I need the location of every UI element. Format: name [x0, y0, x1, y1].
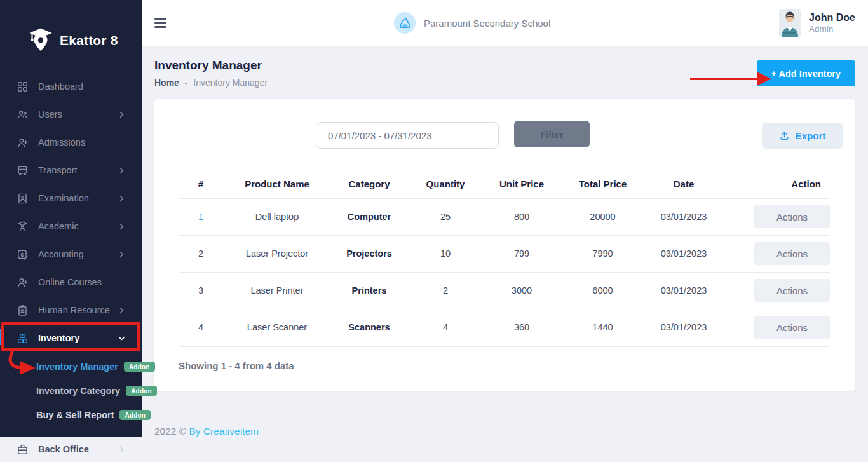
school-name: Paramount Secondary School [424, 18, 550, 29]
sidebar-item[interactable]: Human Resource [0, 296, 142, 324]
chevron-icon [118, 334, 126, 343]
sidebar-item-icon [17, 109, 29, 121]
table-header-cell: # [179, 170, 223, 198]
sidebar-item-icon [17, 221, 29, 233]
chevron-icon [118, 250, 126, 259]
row-actions-button[interactable]: Actions [754, 205, 830, 228]
cell-quantity: 2 [407, 272, 484, 309]
export-button[interactable]: Export [762, 123, 843, 149]
user-text: John Doe Admin [809, 11, 855, 35]
sidebar-nav: Dashboard Users Admissions Transport [0, 72, 142, 352]
sidebar-item-icon [17, 248, 29, 261]
chevron-right-icon [118, 445, 126, 454]
footer-credit-link[interactable]: By Creativeitem [189, 426, 259, 437]
cell-unit-price: 800 [484, 198, 560, 235]
school-icon [394, 12, 416, 34]
back-office-label: Back Office [38, 444, 89, 454]
cell-product-name: Dell laptop [223, 198, 331, 235]
school-info: Paramount Secondary School [394, 0, 550, 46]
submenu-item[interactable]: Buy & Sell Report Addon [0, 403, 142, 427]
cell-number: 3 [179, 272, 223, 309]
table-header-cell: Action [722, 170, 830, 198]
cell-total-price: 6000 [560, 272, 646, 309]
table-header-cell: Date [646, 170, 722, 198]
cell-category: Scanners [331, 309, 407, 346]
user-menu[interactable]: John Doe Admin [779, 0, 855, 46]
briefcase-icon [17, 444, 29, 456]
sidebar-item[interactable]: Online Courses [0, 268, 142, 296]
sidebar-item-icon [17, 304, 29, 316]
cell-date: 03/01/2023 [646, 272, 722, 309]
breadcrumb-separator: - [185, 78, 188, 88]
table-header-cell: Total Price [560, 170, 646, 198]
addon-badge: Addon [126, 386, 157, 396]
breadcrumb-home-link[interactable]: Home [154, 78, 179, 88]
date-range-input[interactable] [316, 122, 499, 149]
sidebar-item-icon [17, 332, 29, 344]
sidebar-item[interactable]: Examination [0, 184, 142, 212]
row-actions-button[interactable]: Actions [754, 279, 830, 302]
row-actions-button[interactable]: Actions [754, 316, 830, 339]
cell-category: Computer [331, 198, 407, 235]
app-title: Ekattor 8 [60, 33, 118, 48]
cell-category: Projectors [331, 235, 407, 272]
sidebar-item[interactable]: Dashboard [0, 72, 142, 100]
cell-category: Printers [331, 272, 407, 309]
cell-total-price: 1440 [560, 309, 646, 346]
sidebar-item[interactable]: Inventory [0, 324, 142, 352]
cell-product-name: Laser Printer [223, 272, 331, 309]
cell-date: 03/01/2023 [646, 309, 722, 346]
sidebar-item-label: Online Courses [38, 277, 102, 287]
cell-action: Actions [722, 309, 830, 346]
table-row: 4 Laser Scanner Scanners 4 360 1440 03/0… [179, 309, 830, 346]
inventory-submenu: Inventory Manager Addon Inventory Catego… [0, 355, 142, 427]
table-summary: Showing 1 - 4 from 4 data [179, 360, 294, 371]
sidebar-item-icon [17, 193, 29, 205]
graduation-pin-logo-icon [28, 27, 53, 54]
submenu-item[interactable]: Inventory Category Addon [0, 379, 142, 403]
menu-toggle-icon[interactable] [154, 17, 168, 29]
addon-badge: Addon [124, 362, 155, 372]
cell-quantity: 25 [407, 198, 484, 235]
submenu-item-label: Inventory Category [36, 386, 120, 396]
sidebar-item-icon [17, 81, 29, 93]
row-actions-button[interactable]: Actions [754, 242, 830, 265]
cell-action: Actions [722, 198, 830, 235]
sidebar-item[interactable]: Transport [0, 156, 142, 184]
sidebar-item-label: Dashboard [38, 81, 83, 92]
sidebar-item-label: Human Resource [38, 305, 110, 315]
sidebar-item-back-office[interactable]: Back Office [0, 437, 142, 462]
sidebar-item-label: Transport [38, 165, 78, 175]
sidebar-item[interactable]: Academic [0, 212, 142, 240]
submenu-item-label: Buy & Sell Report [36, 410, 114, 420]
submenu-item[interactable]: Inventory Manager Addon [0, 355, 142, 379]
sidebar-item[interactable]: Users [0, 100, 142, 128]
table-bottom-divider [179, 346, 830, 347]
table-header-cell: Category [331, 170, 407, 198]
inventory-table: #Product NameCategoryQuantityUnit PriceT… [179, 170, 830, 346]
user-role: Admin [809, 24, 855, 35]
addon-badge: Addon [119, 410, 151, 420]
cell-date: 03/01/2023 [646, 235, 722, 272]
avatar [779, 9, 801, 37]
sidebar-item[interactable]: Admissions [0, 128, 142, 156]
filter-button[interactable]: Filter [514, 121, 590, 147]
cell-quantity: 4 [407, 309, 484, 346]
cell-unit-price: 360 [484, 309, 560, 346]
inventory-card: Filter Export #Product NameCategoryQuant… [154, 99, 855, 391]
cell-number: 4 [179, 309, 223, 346]
sidebar-item-label: Academic [38, 221, 79, 231]
sidebar-item[interactable]: Accounting [0, 240, 142, 268]
sidebar-item-label: Accounting [38, 249, 84, 259]
chevron-icon [118, 194, 126, 203]
cell-total-price: 7990 [560, 235, 646, 272]
add-inventory-button[interactable]: + Add Inventory [757, 60, 855, 86]
table-header-cell: Product Name [223, 170, 331, 198]
footer-year: 2022 © [154, 426, 186, 437]
table-row: 2 Laser Projector Projectors 10 799 7990… [179, 235, 830, 272]
cell-date: 03/01/2023 [646, 198, 722, 235]
user-name: John Doe [809, 11, 855, 24]
cell-product-name: Laser Projector [223, 235, 331, 272]
sidebar-item-icon [17, 165, 29, 177]
app-logo[interactable]: Ekattor 8 [0, 0, 142, 64]
